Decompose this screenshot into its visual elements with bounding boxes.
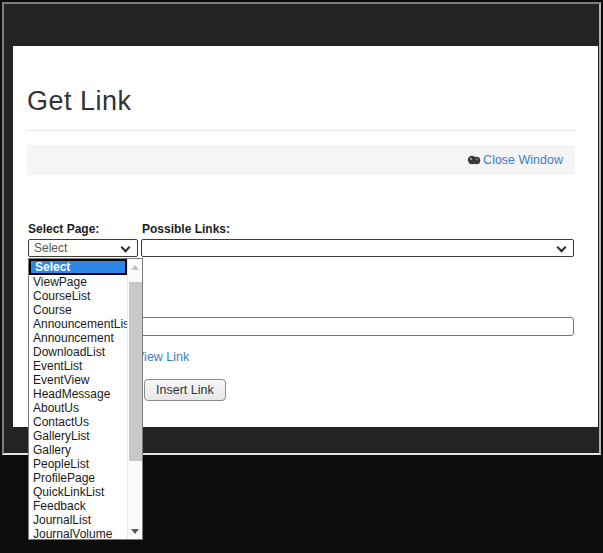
dropdown-option[interactable]: EventView — [29, 373, 127, 387]
dropdown-option[interactable]: ProfilePage — [29, 471, 127, 485]
triangle-down-icon — [131, 529, 139, 534]
possible-links-select[interactable] — [141, 239, 574, 257]
view-link[interactable]: View Link — [136, 350, 189, 364]
toolbar: Close Window — [27, 145, 575, 175]
dropdown-option[interactable]: Course — [29, 303, 127, 317]
dropdown-scrollbar[interactable] — [127, 259, 142, 539]
title-divider — [27, 130, 575, 131]
close-window-label: Close Window — [483, 153, 563, 167]
dropdown-option[interactable]: DownloadList — [29, 345, 127, 359]
dropdown-option[interactable]: GalleryList — [29, 429, 127, 443]
page-select[interactable]: Select — [28, 239, 138, 257]
select-page-label: Select Page: — [28, 222, 99, 236]
page-dropdown-list-options: SelectViewPageCourseListCourseAnnounceme… — [29, 259, 142, 541]
dropdown-option[interactable]: Feedback — [29, 499, 127, 513]
chevron-down-icon — [121, 243, 131, 253]
dropdown-option[interactable]: JournalVolume — [29, 527, 127, 541]
page-title: Get Link — [27, 86, 132, 117]
dropdown-option[interactable]: PeopleList — [29, 457, 127, 471]
dropdown-option[interactable]: ViewPage — [29, 275, 127, 289]
dropdown-option[interactable]: Select — [29, 259, 127, 275]
insert-link-button[interactable]: Insert Link — [144, 379, 226, 401]
close-window-link[interactable]: Close Window — [467, 153, 563, 167]
triangle-up-icon — [131, 265, 139, 270]
scrollbar-thumb[interactable] — [129, 282, 142, 461]
page-select-value: Select — [34, 241, 67, 255]
page-dropdown-list[interactable]: SelectViewPageCourseListCourseAnnounceme… — [28, 258, 143, 540]
dropdown-option[interactable]: QuickLinkList — [29, 485, 127, 499]
dropdown-option[interactable]: Announcement — [29, 331, 127, 345]
dropdown-option[interactable]: AboutUs — [29, 401, 127, 415]
scrollbar-down-button[interactable] — [128, 523, 142, 539]
dropdown-option[interactable]: AnnouncementList — [29, 317, 127, 331]
dropdown-option[interactable]: CourseList — [29, 289, 127, 303]
dropdown-option[interactable]: JournalList — [29, 513, 127, 527]
scrollbar-up-button[interactable] — [128, 259, 142, 276]
possible-links-label: Possible Links: — [142, 222, 230, 236]
dropdown-option[interactable]: Gallery — [29, 443, 127, 457]
chevron-down-icon — [557, 243, 567, 253]
dropdown-option[interactable]: HeadMessage — [29, 387, 127, 401]
dropdown-option[interactable]: EventList — [29, 359, 127, 373]
dropdown-option[interactable]: ContactUs — [29, 415, 127, 429]
close-window-icon — [467, 154, 481, 166]
